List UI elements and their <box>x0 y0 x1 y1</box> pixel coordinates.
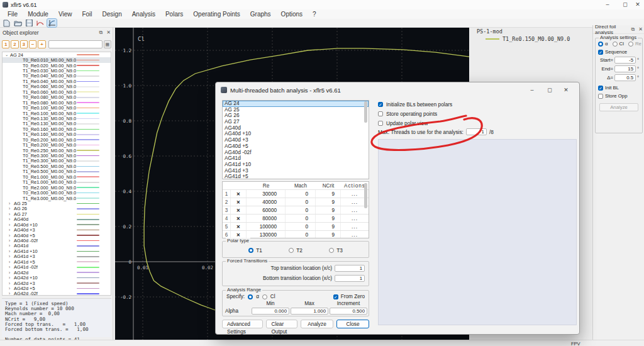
specify-cl-radio[interactable] <box>262 294 267 299</box>
analyze-button[interactable]: Analyze <box>301 320 333 328</box>
dialog-maximize-button[interactable]: ◻ <box>541 85 558 95</box>
caret-icon: › <box>9 233 14 238</box>
view-level-1-button[interactable]: 1 <box>2 40 9 48</box>
alpha-min-input[interactable]: 0.000 <box>252 308 289 315</box>
foil-list-scrollbar[interactable] <box>364 101 367 123</box>
mach-cell[interactable]: 0 <box>286 215 316 222</box>
float-panel-icon[interactable]: ⧉ <box>631 26 635 33</box>
close-button[interactable]: Close <box>336 320 369 328</box>
save-icon[interactable] <box>25 19 34 27</box>
delete-row-icon[interactable]: ✕ <box>231 190 247 198</box>
ncrit-cell[interactable]: 9 <box>316 223 341 230</box>
mach-cell[interactable]: 0 <box>286 198 316 206</box>
mach-cell[interactable]: 0 <box>286 190 316 198</box>
menu-graphs[interactable]: Graphs <box>245 9 276 19</box>
ncrit-cell[interactable]: 9 <box>316 231 341 238</box>
menu-view[interactable]: View <box>53 9 77 19</box>
menu-module[interactable]: Module <box>23 9 53 19</box>
clear-output-button[interactable]: Clear Output <box>266 320 297 328</box>
delta-input[interactable]: 0.5 <box>614 74 636 81</box>
new-file-icon[interactable] <box>2 19 11 27</box>
t1-radio[interactable] <box>248 248 253 253</box>
menu-file[interactable]: File <box>3 9 23 19</box>
actions-cell[interactable]: ... <box>341 215 369 222</box>
re-cell[interactable]: 30000 <box>247 190 286 198</box>
alpha-increment-input[interactable]: 0.500 <box>330 308 367 315</box>
mach-cell[interactable]: 0 <box>286 206 316 214</box>
ncrit-cell[interactable]: 9 <box>316 215 341 222</box>
re-radio[interactable] <box>628 42 633 47</box>
view-level-2-button[interactable]: 2 <box>11 40 18 48</box>
store-operating-points-checkbox[interactable] <box>378 111 383 116</box>
init-bl-checkbox[interactable] <box>598 86 603 91</box>
mach-cell[interactable]: 0 <box>286 223 316 230</box>
close-button[interactable]: ✕ <box>629 0 644 9</box>
actions-cell[interactable]: ... <box>341 231 369 238</box>
foil-list-item[interactable]: AG40d -02f <box>223 150 369 156</box>
menu-foil[interactable]: Foil <box>77 9 97 19</box>
menu-operating-points[interactable]: Operating Points <box>188 9 245 19</box>
search-input[interactable] <box>48 40 103 48</box>
dialog-close-button[interactable]: ✕ <box>558 85 574 95</box>
delete-row-icon[interactable]: ✕ <box>231 215 247 222</box>
mach-cell[interactable]: 0 <box>286 231 316 238</box>
cl-radio[interactable] <box>613 42 618 47</box>
re-cell[interactable]: 100000 <box>247 223 286 230</box>
alpha-max-input[interactable]: 1.000 <box>291 308 328 315</box>
alpha-radio[interactable] <box>598 42 603 47</box>
advanced-settings-button[interactable]: Advanced Settings <box>222 320 263 328</box>
t3-radio[interactable] <box>329 248 334 253</box>
expand-all-button[interactable]: + <box>38 40 45 48</box>
from-zero-checkbox[interactable] <box>333 294 338 299</box>
foil-list-item[interactable]: AG 25 <box>223 107 369 113</box>
menu-[interactable]: ? <box>308 9 321 19</box>
max-threads-input[interactable]: 1 <box>466 128 487 135</box>
delete-row-icon[interactable]: ✕ <box>231 223 247 230</box>
sequence-checkbox[interactable] <box>598 50 603 55</box>
menu-analysis[interactable]: Analysis <box>127 9 160 19</box>
float-panel-icon[interactable]: ⧉ <box>99 30 103 36</box>
minimize-button[interactable]: – <box>599 0 616 9</box>
initialize-bls-checkbox[interactable] <box>378 102 383 107</box>
foil-design-icon[interactable] <box>36 19 45 27</box>
re-cell[interactable]: 60000 <box>247 206 286 214</box>
ncrit-cell[interactable]: 9 <box>316 206 341 214</box>
re-cell[interactable]: 80000 <box>247 215 286 222</box>
polar-color-swatch <box>77 208 99 209</box>
reynolds-table-scrollbar[interactable] <box>364 183 367 208</box>
dialog-minimize-button[interactable]: – <box>524 85 540 95</box>
foil-list-item[interactable]: AG 26 <box>223 113 369 119</box>
specify-alpha-radio[interactable] <box>248 294 253 299</box>
re-cell[interactable]: 40000 <box>247 198 286 206</box>
top-transition-input[interactable]: 1 <box>335 265 365 272</box>
menu-options[interactable]: Options <box>276 9 308 19</box>
ncrit-cell[interactable]: 9 <box>316 198 341 206</box>
foil-list-item[interactable]: AG 24 <box>223 101 369 107</box>
close-panel-icon[interactable]: ✕ <box>106 30 111 36</box>
delete-row-icon[interactable]: ✕ <box>231 206 247 214</box>
foil-list-item[interactable]: AG41d +5 <box>223 174 369 179</box>
actions-cell[interactable]: ... <box>341 223 369 230</box>
start-input[interactable]: -5 <box>614 57 636 64</box>
open-file-icon[interactable] <box>13 19 23 27</box>
close-panel-icon[interactable]: ✕ <box>638 26 643 33</box>
view-level-3-button[interactable]: 3 <box>20 40 28 48</box>
menu-design[interactable]: Design <box>97 9 127 19</box>
menu-polars[interactable]: Polars <box>160 9 188 19</box>
ncrit-cell[interactable]: 9 <box>316 190 341 198</box>
t2-radio[interactable] <box>289 248 294 253</box>
foil-list-item[interactable]: AG 27 <box>223 119 369 125</box>
toolbar <box>0 19 644 28</box>
re-cell[interactable]: 130000 <box>247 231 286 238</box>
delete-row-icon[interactable]: ✕ <box>231 198 247 206</box>
caret-icon: › <box>9 291 14 296</box>
analyze-button[interactable]: Analyze <box>599 103 638 111</box>
tree-item[interactable]: ›AG42d -02f <box>3 291 111 296</box>
collapse-all-button[interactable]: − <box>29 40 36 48</box>
direct-analysis-icon[interactable] <box>47 19 57 27</box>
bottom-transition-input[interactable]: 1 <box>335 275 365 282</box>
update-polar-view-checkbox[interactable] <box>378 121 383 126</box>
tree-options-icon[interactable]: ▦ <box>104 40 111 48</box>
store-opp-checkbox[interactable] <box>598 94 603 99</box>
end-input[interactable]: 15 <box>614 65 636 72</box>
